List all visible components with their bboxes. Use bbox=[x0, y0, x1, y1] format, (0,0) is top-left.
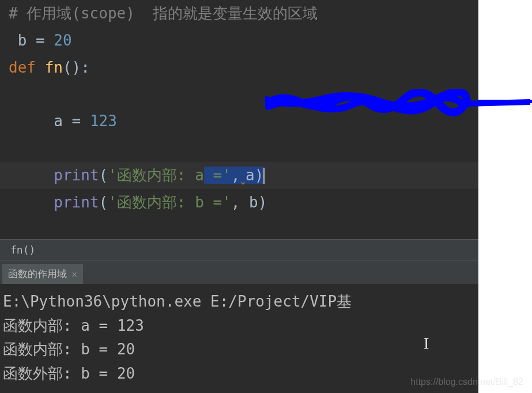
console-output-line: 函数内部: b = 20 bbox=[3, 338, 476, 362]
tab-scope[interactable]: 函数的作用域 × bbox=[2, 264, 83, 284]
print-builtin: print bbox=[54, 167, 99, 184]
code-line-6[interactable] bbox=[0, 135, 478, 162]
mouse-cursor-ibeam: I bbox=[424, 329, 429, 358]
code-line-2[interactable]: b = 20 bbox=[0, 27, 478, 54]
code-line-5[interactable]: a = 123 bbox=[0, 108, 478, 135]
tab-bar: 函数的作用域 × bbox=[0, 260, 478, 284]
code-line-3[interactable]: def fn(): bbox=[0, 54, 478, 81]
string-literal: '函数内部: b =' bbox=[108, 194, 231, 211]
tab-label: 函数的作用域 bbox=[8, 267, 67, 281]
watermark-text: https://blog.csdn.net/Bill_82 bbox=[410, 377, 523, 387]
text-cursor bbox=[263, 168, 265, 184]
right-margin bbox=[478, 0, 532, 393]
number-123: 123 bbox=[90, 112, 117, 130]
breadcrumb-bar[interactable]: fn() bbox=[0, 239, 478, 260]
console-command-line: E:\Python36\python.exe E:/Project/VIP基 bbox=[3, 290, 476, 314]
selected-text: =',⌄a) bbox=[204, 167, 264, 184]
code-line-1[interactable]: # 作用域(scope) 指的就是变量生效的区域 bbox=[0, 0, 478, 27]
code-line-4[interactable] bbox=[0, 81, 478, 108]
console-output-line: 函数外部: b = 20 bbox=[3, 362, 476, 386]
variable-b-ref: b bbox=[249, 194, 258, 211]
variable-b: b bbox=[18, 32, 27, 49]
blue-annotation-line bbox=[478, 100, 532, 103]
code-line-7-current[interactable]: print('函数内部: a =',⌄a)I bbox=[0, 162, 478, 189]
function-name-fn: fn bbox=[45, 59, 63, 76]
comment-hash: # bbox=[9, 5, 18, 22]
breadcrumb-fn[interactable]: fn() bbox=[10, 244, 35, 256]
console-output-line: 函数内部: a = 123 bbox=[3, 314, 476, 338]
string-literal: '函数内部: a bbox=[108, 167, 204, 184]
close-icon[interactable]: × bbox=[71, 269, 77, 280]
def-keyword: def bbox=[9, 59, 36, 76]
console-output[interactable]: E:\Python36\python.exe E:/Project/VIP基 函… bbox=[0, 284, 478, 391]
print-builtin: print bbox=[54, 194, 99, 211]
code-line-8[interactable]: print('函数内部: b =', b) bbox=[0, 189, 478, 216]
number-20: 20 bbox=[54, 32, 71, 49]
variable-a: a bbox=[54, 112, 63, 130]
code-editor[interactable]: # 作用域(scope) 指的就是变量生效的区域 b = 20 def fn()… bbox=[0, 0, 478, 239]
comment-text: 作用域(scope) 指的就是变量生效的区域 bbox=[18, 5, 318, 22]
